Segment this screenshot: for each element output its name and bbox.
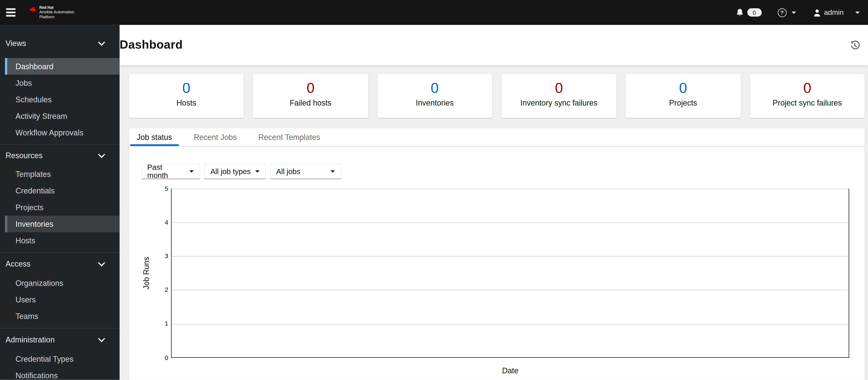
chart-filters: Past month All job types All jobs [141, 164, 865, 179]
brand-logo: Red Hat Ansible Automation Platform [29, 6, 74, 19]
main-area: Dashboard 0 Hosts 0 Failed hosts 0 I [120, 25, 868, 380]
sidebar-nav: Views Dashboard Jobs Schedules Activity … [0, 25, 120, 380]
project-sync-failures-count[interactable]: 0 [803, 79, 811, 96]
gridline [172, 222, 849, 223]
sidebar-item-activity-stream[interactable]: Activity Stream [5, 108, 120, 125]
y-tick-4: 4 [152, 219, 168, 226]
sidebar-section-administration[interactable]: Administration [0, 331, 120, 348]
stat-card-hosts: 0 Hosts [129, 74, 244, 118]
chevron-down-icon [98, 260, 105, 267]
failed-hosts-count[interactable]: 0 [307, 79, 315, 96]
caret-down-icon [331, 170, 335, 172]
red-hat-fedora-icon [29, 6, 37, 13]
y-tick-3: 3 [152, 252, 168, 259]
help-icon[interactable]: ? [778, 8, 786, 17]
user-icon [813, 9, 821, 16]
inventory-sync-failures-count[interactable]: 0 [555, 79, 563, 96]
section-label: Views [6, 39, 26, 47]
section-label: Access [6, 260, 31, 268]
masthead-toolbar: 0 ? admin [736, 8, 868, 17]
chart-x-axis-title: Date [171, 366, 849, 375]
stat-card-projects: 0 Projects [626, 74, 740, 118]
hosts-count[interactable]: 0 [183, 79, 190, 96]
tab-job-status[interactable]: Job status [130, 128, 179, 146]
stat-card-failed-hosts: 0 Failed hosts [253, 74, 368, 118]
job-status-panel: Job status Recent Jobs Recent Templates … [129, 128, 865, 380]
sidebar-section-views[interactable]: Views [0, 35, 120, 51]
masthead: Red Hat Ansible Automation Platform 0 ? … [0, 0, 868, 25]
inventories-count[interactable]: 0 [431, 79, 439, 96]
y-tick-5: 5 [152, 185, 168, 192]
sidebar-item-inventories[interactable]: Inventories [5, 215, 120, 232]
y-tick-2: 2 [152, 286, 168, 293]
caret-down-icon [189, 170, 194, 172]
stat-cards-row: 0 Hosts 0 Failed hosts 0 Inventories 0 I… [129, 74, 865, 118]
section-label: Resources [6, 151, 42, 160]
sidebar-item-users[interactable]: Users [5, 291, 120, 308]
sidebar-item-credential-types[interactable]: Credential Types [5, 351, 120, 367]
page-header: Dashboard [120, 25, 868, 65]
sidebar-item-organizations[interactable]: Organizations [5, 275, 120, 291]
tab-recent-templates[interactable]: Recent Templates [252, 128, 327, 146]
help-caret-down-icon[interactable] [792, 11, 796, 13]
history-icon[interactable] [850, 40, 860, 50]
page-title: Dashboard [120, 38, 183, 52]
stat-card-inventories: 0 Inventories [377, 74, 492, 118]
projects-label: Projects [669, 98, 697, 107]
sidebar-divider [0, 252, 120, 253]
dashboard-content: 0 Hosts 0 Failed hosts 0 Inventories 0 I… [120, 65, 868, 380]
sidebar-section-resources[interactable]: Resources [0, 147, 120, 164]
sidebar-section-access[interactable]: Access [0, 255, 120, 272]
sidebar-item-teams[interactable]: Teams [5, 308, 120, 324]
sidebar-item-credentials[interactable]: Credentials [5, 182, 120, 199]
gridline [172, 188, 849, 189]
user-menu-caret-down-icon[interactable] [855, 11, 860, 13]
sidebar-item-jobs[interactable]: Jobs [5, 75, 120, 91]
tab-bar: Job status Recent Jobs Recent Templates [129, 128, 865, 147]
period-select[interactable]: Past month [141, 164, 200, 179]
sidebar-item-dashboard[interactable]: Dashboard [5, 58, 120, 75]
chevron-down-icon [98, 151, 105, 158]
username-label[interactable]: admin [824, 8, 844, 17]
section-label: Administration [6, 335, 55, 344]
gridline [172, 324, 849, 324]
notifications-bell-icon[interactable] [736, 8, 744, 17]
sidebar-item-notifications[interactable]: Notifications [5, 367, 120, 380]
failed-hosts-label: Failed hosts [290, 98, 331, 107]
sidebar-item-projects[interactable]: Projects [5, 199, 120, 215]
tab-recent-jobs[interactable]: Recent Jobs [187, 128, 243, 146]
job-type-select[interactable]: All job types [204, 164, 266, 179]
project-sync-failures-label: Project sync failures [773, 98, 842, 107]
caret-down-icon [255, 170, 260, 172]
gridline [172, 290, 849, 290]
brand-line-3: Platform [39, 14, 74, 19]
job-select[interactable]: All jobs [270, 164, 341, 179]
stat-card-project-sync-failures: 0 Project sync failures [750, 74, 865, 118]
chevron-down-icon [98, 335, 105, 342]
notifications-count-badge[interactable]: 0 [747, 8, 762, 17]
inventories-label: Inventories [416, 98, 454, 107]
sidebar-divider [0, 328, 120, 329]
y-tick-1: 1 [152, 320, 168, 327]
app-root: Red Hat Ansible Automation Platform 0 ? … [0, 0, 868, 380]
hosts-label: Hosts [177, 98, 196, 107]
inventory-sync-failures-label: Inventory sync failures [520, 98, 597, 107]
sidebar-item-hosts[interactable]: Hosts [5, 232, 120, 249]
chevron-down-icon [98, 39, 105, 46]
stat-card-inventory-sync-failures: 0 Inventory sync failures [502, 74, 616, 118]
chart-y-axis-title: Job Runs [142, 256, 151, 289]
projects-count[interactable]: 0 [679, 79, 687, 96]
sidebar-item-templates[interactable]: Templates [5, 166, 120, 182]
job-runs-chart-plot-area [171, 188, 849, 358]
sidebar-divider [0, 144, 120, 145]
gridline [172, 256, 849, 256]
nav-toggle-hamburger-icon[interactable] [6, 6, 19, 19]
sidebar-item-schedules[interactable]: Schedules [5, 91, 120, 108]
brand-line-2: Ansible Automation [39, 10, 74, 14]
sidebar-item-workflow-approvals[interactable]: Workflow Approvals [5, 125, 120, 141]
y-tick-0: 0 [152, 354, 168, 361]
